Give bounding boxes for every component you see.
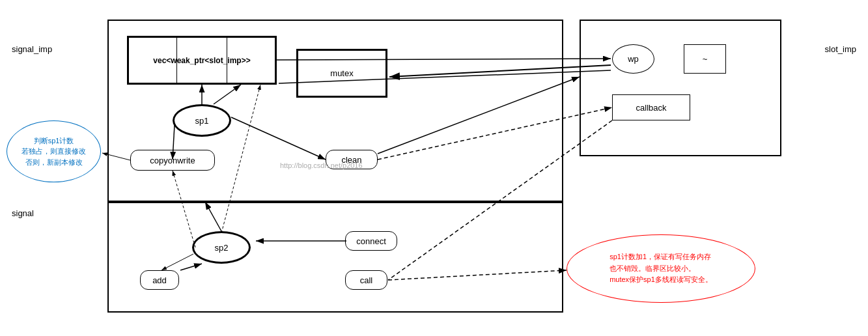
add-label: add [152, 275, 167, 285]
tilde-label: ~ [703, 54, 708, 64]
ellipse-sp2: sp2 [192, 231, 251, 264]
label-slot-imp: slot_imp [825, 44, 856, 54]
label-signal-imp: signal_imp [12, 44, 52, 54]
vec-cell-2 [177, 36, 227, 85]
box-call: call [345, 270, 387, 290]
sp2-label: sp2 [215, 243, 229, 253]
mutex-label: mutex [330, 68, 353, 78]
box-add: add [140, 270, 179, 290]
bubble-left-text: 判断sp1计数 若独占，则直接修改 否则，新副本修改 [21, 135, 86, 168]
wp-label: wp [628, 54, 639, 64]
box-callback: callback [612, 94, 690, 120]
label-signal: signal [12, 208, 34, 218]
bubble-right-text: sp1计数加1，保证有写任务内存 也不销毁。临界区比较小。 mutex保护sp1… [609, 251, 712, 286]
sp1-label: sp1 [195, 116, 209, 126]
callback-label: callback [636, 103, 667, 113]
bubble-right: sp1计数加1，保证有写任务内存 也不销毁。临界区比较小。 mutex保护sp1… [567, 234, 755, 303]
bubble-left: 判断sp1计数 若独占，则直接修改 否则，新副本修改 [7, 120, 101, 182]
box-slot-imp [580, 20, 781, 156]
box-connect: connect [345, 231, 397, 251]
vec-cell-3 [227, 36, 277, 85]
box-mutex: mutex [296, 49, 387, 98]
vec-grid [127, 36, 277, 85]
ellipse-wp: wp [612, 44, 654, 74]
box-tilde: ~ [684, 44, 726, 74]
copyonwrite-label: copyonwrite [150, 156, 195, 165]
vec-cell-1 [127, 36, 177, 85]
watermark: http://blog.csdn.net/p2016 [280, 161, 363, 169]
connect-label: connect [356, 236, 386, 246]
diagram-container: signal_imp signal slot_imp vec<weak_ptr<… [0, 0, 868, 336]
box-signal [107, 202, 563, 313]
call-label: call [360, 275, 373, 285]
ellipse-sp1: sp1 [173, 104, 231, 137]
box-copyonwrite: copyonwrite [130, 150, 215, 171]
